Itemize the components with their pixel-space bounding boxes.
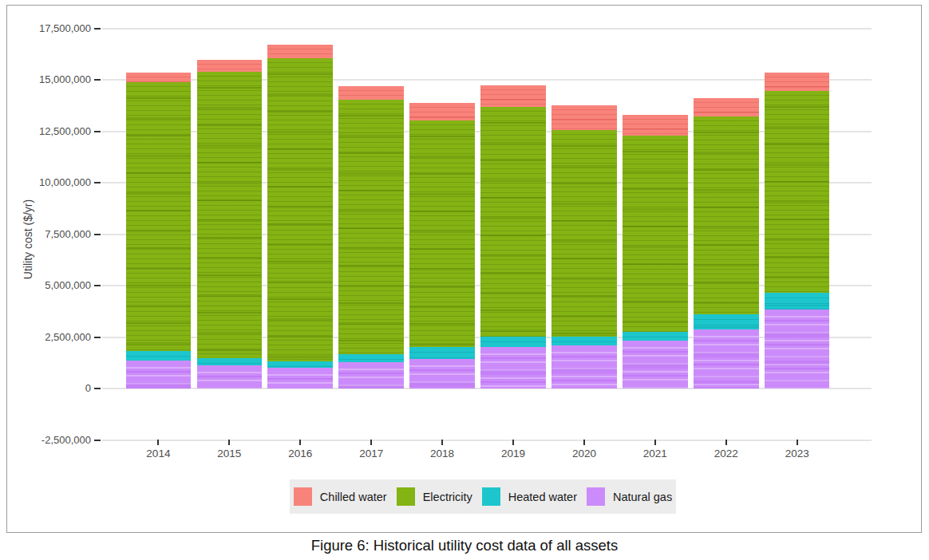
bar-segment-chilled-water bbox=[480, 85, 546, 107]
x-axis-tick bbox=[157, 440, 159, 445]
x-tick-label: 2014 bbox=[126, 448, 190, 460]
x-axis-tick bbox=[299, 440, 301, 445]
legend-label: Natural gas bbox=[613, 491, 672, 503]
y-axis-tick bbox=[94, 285, 101, 286]
x-tick-label: 2021 bbox=[623, 448, 687, 460]
bar-segment-chilled-water bbox=[551, 105, 617, 130]
bar-segment-natural-gas bbox=[765, 310, 830, 388]
gridline bbox=[102, 28, 872, 30]
bar-segment-electricity bbox=[197, 72, 263, 358]
y-tick-label: 17,500,000 bbox=[7, 22, 91, 35]
x-tick-label: 2017 bbox=[339, 448, 403, 460]
x-tick-label: 2015 bbox=[197, 448, 261, 460]
x-axis-tick bbox=[441, 440, 443, 445]
y-axis-tick bbox=[94, 234, 101, 235]
bar-segment-natural-gas bbox=[409, 359, 475, 388]
bar-segment-natural-gas bbox=[551, 345, 617, 388]
bar-segment-heated-water bbox=[765, 293, 830, 310]
bar-segment-electricity bbox=[126, 82, 192, 351]
legend-swatch-electricity bbox=[397, 487, 415, 506]
x-tick-label: 2022 bbox=[694, 448, 758, 460]
legend-item-heated-water: Heated water bbox=[482, 487, 577, 506]
x-axis-tick bbox=[654, 440, 656, 445]
y-axis-tick bbox=[94, 79, 101, 81]
bar-segment-chilled-water bbox=[765, 73, 830, 91]
bar-segment-heated-water bbox=[197, 358, 263, 366]
bar-segment-heated-water bbox=[694, 314, 759, 329]
bar-segment-natural-gas bbox=[623, 341, 688, 388]
bar-segment-chilled-water bbox=[409, 103, 475, 120]
bar-segment-heated-water bbox=[551, 337, 617, 345]
bar-segment-chilled-water bbox=[126, 73, 192, 82]
bar-segment-electricity bbox=[551, 130, 617, 337]
legend-swatch-chilled-water bbox=[294, 487, 312, 506]
y-tick-label: 0 bbox=[7, 382, 91, 395]
y-tick-label: 5,000,000 bbox=[7, 279, 91, 292]
x-tick-label: 2018 bbox=[410, 448, 474, 460]
bar-segment-heated-water bbox=[338, 354, 404, 363]
y-tick-label: 12,500,000 bbox=[7, 125, 91, 138]
bar-segment-electricity bbox=[409, 120, 475, 348]
bar-segment-natural-gas bbox=[480, 347, 546, 388]
y-tick-label: 2,500,000 bbox=[7, 331, 91, 344]
y-axis-tick bbox=[94, 182, 101, 183]
x-tick-label: 2020 bbox=[552, 448, 616, 460]
bar-segment-natural-gas bbox=[267, 368, 333, 388]
bar-segment-heated-water bbox=[623, 332, 688, 341]
y-axis-tick bbox=[94, 440, 101, 441]
bar-segment-electricity bbox=[480, 107, 546, 337]
x-tick-label: 2019 bbox=[481, 448, 545, 460]
bar-segment-heated-water bbox=[126, 351, 192, 360]
bar-segment-chilled-water bbox=[267, 45, 333, 59]
gridline bbox=[102, 440, 872, 441]
x-axis-tick bbox=[725, 440, 727, 445]
bar-segment-chilled-water bbox=[197, 60, 263, 72]
legend-item-electricity: Electricity bbox=[397, 487, 472, 506]
bar-segment-chilled-water bbox=[623, 115, 688, 136]
bar-segment-electricity bbox=[338, 100, 404, 354]
x-axis-tick bbox=[370, 440, 372, 445]
x-axis-tick bbox=[228, 440, 230, 445]
y-tick-label: 10,000,000 bbox=[7, 176, 91, 189]
bar-segment-natural-gas bbox=[338, 362, 404, 388]
bar-segment-electricity bbox=[623, 136, 688, 332]
legend-item-natural-gas: Natural gas bbox=[587, 487, 672, 506]
legend-label: Electricity bbox=[423, 491, 472, 503]
bar-segment-chilled-water bbox=[694, 98, 759, 116]
legend-item-chilled-water: Chilled water bbox=[294, 487, 387, 506]
y-tick-label: 15,000,000 bbox=[7, 73, 91, 86]
x-axis-tick bbox=[797, 440, 798, 445]
bar-segment-electricity bbox=[765, 91, 830, 293]
bar-segment-electricity bbox=[267, 58, 333, 361]
bar-segment-natural-gas bbox=[126, 361, 192, 388]
x-tick-label: 2016 bbox=[268, 448, 332, 460]
bar-segment-heated-water bbox=[480, 337, 546, 347]
bar-segment-electricity bbox=[694, 116, 759, 314]
figure-caption: Figure 6: Historical utility cost data o… bbox=[0, 537, 929, 554]
x-axis-tick bbox=[512, 440, 514, 445]
legend-label: Chilled water bbox=[320, 491, 387, 503]
y-axis-tick bbox=[94, 131, 101, 132]
y-tick-label: -2,500,000 bbox=[7, 434, 91, 447]
legend: Chilled waterElectricityHeated waterNatu… bbox=[290, 479, 676, 514]
figure-border: Utility cost ($/yr) 17,500,00015,000,000… bbox=[6, 5, 922, 533]
bar-segment-heated-water bbox=[267, 361, 333, 368]
legend-label: Heated water bbox=[508, 491, 577, 503]
y-axis-tick bbox=[94, 28, 101, 30]
x-tick-label: 2023 bbox=[765, 448, 829, 460]
legend-swatch-natural-gas bbox=[587, 487, 605, 506]
y-tick-label: 7,500,000 bbox=[7, 228, 91, 241]
x-axis-tick bbox=[583, 440, 585, 445]
legend-swatch-heated-water bbox=[482, 487, 500, 506]
bar-segment-heated-water bbox=[409, 347, 475, 359]
bar-segment-chilled-water bbox=[338, 86, 404, 100]
y-axis-tick bbox=[94, 337, 101, 338]
bar-segment-natural-gas bbox=[197, 365, 263, 388]
y-axis-tick bbox=[94, 388, 101, 389]
bar-segment-natural-gas bbox=[694, 329, 759, 388]
